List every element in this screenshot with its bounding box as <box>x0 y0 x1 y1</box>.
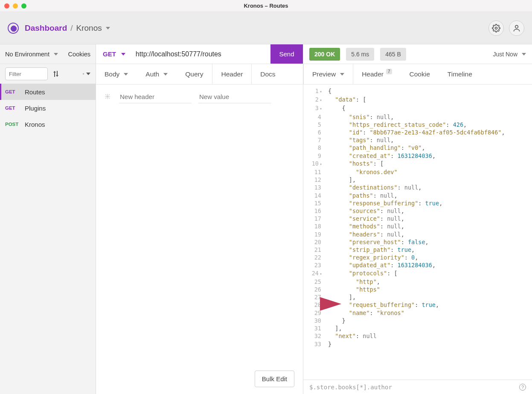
code-line: 7 "tags": null, <box>303 136 532 144</box>
code-line: 29 "name": "kronos" <box>303 309 532 317</box>
tab-timeline[interactable]: Timeline <box>439 64 481 84</box>
request-name-label: Routes <box>25 88 45 96</box>
chevron-down-icon <box>54 53 58 55</box>
chevron-down-icon <box>86 73 90 75</box>
gear-icon <box>492 24 500 32</box>
chevron-down-icon <box>340 73 344 76</box>
line-number: 3▾ <box>303 104 324 113</box>
tab-response-header[interactable]: Header7 <box>353 64 401 84</box>
code-content: "updated_at": 1631284036, <box>324 261 532 269</box>
size-badge: 465 B <box>380 48 406 61</box>
sidebar-filter-row <box>0 64 96 84</box>
sort-button[interactable] <box>52 70 60 78</box>
code-line: 28 "request_buffering": true, <box>303 301 532 309</box>
line-number: 32 <box>303 332 324 340</box>
method-dropdown[interactable]: GET <box>96 44 132 64</box>
fold-toggle-icon[interactable]: ▾ <box>320 89 322 94</box>
close-window-icon[interactable] <box>4 3 9 9</box>
tab-docs[interactable]: Docs <box>252 64 284 84</box>
fold-toggle-icon[interactable]: ▾ <box>320 271 322 276</box>
breadcrumb-dashboard[interactable]: Dashboard <box>25 23 67 33</box>
tab-body[interactable]: Body <box>96 64 137 84</box>
code-content: "service": null, <box>324 215 532 222</box>
line-number: 10▾ <box>303 160 324 168</box>
response-footer: $.store.books[*].author ? <box>303 379 532 394</box>
code-line: 22 "regex_priority": 0, <box>303 254 532 261</box>
window-title: Kronos – Routes <box>0 3 532 9</box>
url-input[interactable] <box>132 50 270 58</box>
code-content: ], <box>324 176 532 184</box>
code-content: "snis": null, <box>324 113 532 121</box>
jsonpath-input[interactable]: $.store.books[*].author <box>309 384 392 391</box>
create-button[interactable] <box>83 70 90 78</box>
code-content: } <box>324 317 532 324</box>
code-content: "hosts": [ <box>324 160 532 168</box>
fold-toggle-icon[interactable]: ▾ <box>320 106 322 111</box>
code-line: 9 "created_at": 1631284036, <box>303 152 532 160</box>
sidebar-request-item[interactable]: POSTKronos <box>0 116 96 132</box>
tab-preview[interactable]: Preview <box>303 64 353 84</box>
code-line: 24▾ "protocols": [ <box>303 269 532 278</box>
header-name-input[interactable] <box>119 90 192 103</box>
code-content: "methods": null, <box>324 222 532 230</box>
sidebar-request-item[interactable]: GETPlugins <box>0 100 96 116</box>
environment-dropdown[interactable]: No Environment <box>5 51 58 58</box>
request-name-label: Kronos <box>25 121 45 128</box>
tab-auth[interactable]: Auth <box>137 64 177 84</box>
code-line: 10▾ "hosts": [ <box>303 160 532 168</box>
breadcrumb: Dashboard / Kronos <box>25 23 110 33</box>
sidebar: No Environment Cookies GETRoutesGETPlugi… <box>0 44 96 394</box>
breadcrumb-workspace[interactable]: Kronos <box>76 23 110 33</box>
code-content: "protocols": [ <box>324 269 532 278</box>
code-line: 1▾{ <box>303 87 532 96</box>
cookies-button[interactable]: Cookies <box>68 51 90 58</box>
line-number: 14 <box>303 192 324 199</box>
minimize-window-icon[interactable] <box>13 3 18 9</box>
breadcrumb-separator: / <box>70 23 73 33</box>
line-number: 15 <box>303 199 324 207</box>
help-icon[interactable]: ? <box>519 384 526 391</box>
code-line: 19 "headers": null, <box>303 231 532 238</box>
code-line: 15 "response_buffering": true, <box>303 199 532 207</box>
line-number: 22 <box>303 254 324 261</box>
history-dropdown[interactable]: Just Now <box>493 51 526 58</box>
sort-icon <box>53 71 58 77</box>
response-body[interactable]: 1▾{2▾ "data": [3▾ {4 "snis": null,5 "htt… <box>303 85 532 379</box>
send-button[interactable]: Send <box>270 44 303 64</box>
code-content: "id": "8bb677ae-2e13-4a2f-af05-5dc4fa6bf… <box>324 128 532 136</box>
zoom-window-icon[interactable] <box>21 3 26 9</box>
code-line: 12 ], <box>303 176 532 184</box>
code-line: 17 "service": null, <box>303 215 532 222</box>
chevron-down-icon <box>522 53 526 55</box>
time-badge: 5.6 ms <box>346 48 374 61</box>
line-number: 25 <box>303 278 324 286</box>
row-settings-button[interactable] <box>105 93 112 101</box>
tab-header[interactable]: Header <box>212 64 252 84</box>
sidebar-request-item[interactable]: GETRoutes <box>0 84 96 100</box>
tab-query[interactable]: Query <box>177 64 212 84</box>
code-line: 2▾ "data": [ <box>303 96 532 104</box>
fold-toggle-icon[interactable]: ▾ <box>320 162 322 166</box>
request-method-label: GET <box>5 89 20 94</box>
svg-point-3 <box>107 96 108 97</box>
tab-cookie[interactable]: Cookie <box>401 64 439 84</box>
code-content: "strip_path": true, <box>324 246 532 254</box>
fold-toggle-icon[interactable]: ▾ <box>320 98 322 102</box>
settings-button[interactable] <box>488 20 504 36</box>
code-line: 32 "next": null <box>303 332 532 340</box>
header-value-input[interactable] <box>198 90 271 103</box>
line-number: 30 <box>303 317 324 324</box>
code-content: "destinations": null, <box>324 184 532 191</box>
response-pane: 200 OK 5.6 ms 465 B Just Now Preview Hea… <box>303 44 532 394</box>
account-button[interactable] <box>509 20 524 36</box>
code-line: 21 "strip_path": true, <box>303 246 532 254</box>
line-number: 21 <box>303 246 324 254</box>
code-content: "tags": null, <box>324 136 532 144</box>
line-number: 11 <box>303 168 324 176</box>
code-line: 30 } <box>303 317 532 324</box>
code-line: 11 "kronos.dev" <box>303 168 532 176</box>
filter-input[interactable] <box>5 67 48 80</box>
bulk-edit-button[interactable]: Bulk Edit <box>255 371 294 387</box>
user-icon <box>512 24 521 32</box>
code-content: "kronos.dev" <box>324 168 532 176</box>
